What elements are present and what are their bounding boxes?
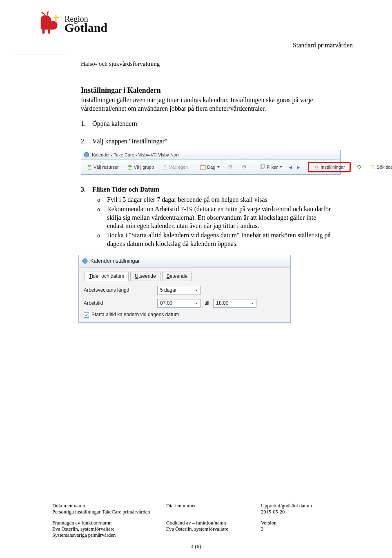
step-3: 3.Fliken Tider och Datum oFyll i 5 dagar… bbox=[81, 185, 334, 323]
work-from-select[interactable]: 07:00 bbox=[157, 299, 200, 308]
calendar-day-icon bbox=[200, 164, 206, 170]
intro-paragraph: Inställningen gäller även när jag tittar… bbox=[81, 96, 334, 113]
logo: Region Gotland bbox=[38, 11, 107, 37]
select-resources-button[interactable]: Välj resurser bbox=[84, 163, 122, 171]
footer-diarienum-header: Diarienummer bbox=[166, 503, 261, 509]
zoom-out-button[interactable] bbox=[225, 163, 236, 171]
footer-docname-value: Personliga inställningar TakeCare primär… bbox=[52, 509, 166, 515]
tab-appearance[interactable]: Utseende bbox=[130, 272, 160, 281]
person-dim-icon bbox=[162, 164, 168, 170]
footer-date-value: 2015-05-20 bbox=[261, 509, 346, 515]
person-icon bbox=[87, 164, 92, 170]
window-title: Kalender - Take Care - Visby-VC Visby No… bbox=[92, 152, 179, 158]
svg-point-21 bbox=[82, 259, 87, 263]
svg-line-10 bbox=[232, 168, 233, 170]
workweek-length-label: Arbetsveckans längd bbox=[84, 287, 153, 294]
department-name: Hälso- och sjukvårdsförvaltning bbox=[81, 60, 160, 67]
refresh-button[interactable] bbox=[353, 163, 365, 171]
footer-createdby-header: Framtagen av funktion/namn bbox=[52, 520, 166, 526]
till-label: till bbox=[205, 300, 209, 307]
svg-point-5 bbox=[129, 165, 131, 167]
logo-gotland-text: Gotland bbox=[65, 22, 107, 33]
svg-line-20 bbox=[374, 168, 375, 170]
dialog-tabs: Tider och datum Utseende Beteende bbox=[84, 272, 290, 281]
svg-line-13 bbox=[245, 168, 247, 170]
chevron-down-icon bbox=[280, 166, 282, 168]
day-button[interactable]: Dag bbox=[197, 163, 223, 171]
toolbar-screenshot: Kalender - Take Care - Visby-VC Visby No… bbox=[81, 150, 341, 175]
footer-createdby-value1: Eva Österlin, systemförvaltare bbox=[52, 526, 166, 532]
search-times-button[interactable]: Sök tider bbox=[367, 163, 392, 171]
search-icon bbox=[370, 164, 376, 170]
zoom-in-icon bbox=[242, 164, 247, 170]
bullet-2: oRekommendation Arbetstid 7-19 (detta är… bbox=[81, 205, 334, 230]
gear-icon bbox=[314, 164, 319, 170]
chevron-down-icon bbox=[195, 290, 198, 291]
work-to-select[interactable]: 18:00 bbox=[213, 299, 256, 308]
svg-rect-17 bbox=[261, 165, 265, 168]
svg-point-2 bbox=[84, 152, 89, 157]
tab-behavior[interactable]: Beteende bbox=[162, 272, 192, 281]
select-group-button[interactable]: Välj grupp bbox=[124, 163, 157, 171]
select-own-button[interactable]: Välj egen bbox=[159, 163, 191, 171]
group-icon bbox=[127, 164, 133, 170]
svg-point-6 bbox=[164, 165, 166, 167]
workweek-length-select[interactable]: 5 dagar bbox=[157, 286, 200, 295]
start-today-checkbox[interactable]: ✓ bbox=[84, 312, 89, 318]
settings-dialog-screenshot: Kalenderinställningar Tider och datum Ut… bbox=[78, 255, 291, 323]
work-hours-label: Arbetstid bbox=[84, 300, 153, 307]
document-category: Standard primärvården bbox=[293, 42, 353, 49]
zoom-out-icon bbox=[228, 164, 234, 170]
svg-rect-1 bbox=[56, 15, 57, 21]
footer-docname-header: Dokumentnamn bbox=[52, 503, 166, 509]
footer: Dokumentnamn Diarienummer Upprättat/godk… bbox=[52, 503, 346, 543]
step-1: 1.Öppna kalendern bbox=[81, 120, 334, 128]
svg-rect-8 bbox=[200, 165, 205, 166]
bullet-1: oFyll i 5 dagar eller 7 dagar beroende p… bbox=[81, 196, 334, 204]
app-icon bbox=[84, 152, 89, 158]
refresh-icon bbox=[356, 164, 362, 170]
bullet-3: oBocka i "Starta alltid kalendern vid da… bbox=[81, 231, 334, 248]
window-titlebar: Kalender - Take Care - Visby-VC Visby No… bbox=[81, 150, 340, 160]
tab-times-dates[interactable]: Tider och datum bbox=[85, 272, 129, 281]
logo-ram-icon bbox=[38, 11, 61, 37]
section-title: Inställningar i Kalendern bbox=[81, 86, 334, 95]
svg-point-19 bbox=[371, 165, 374, 168]
tabs-icon bbox=[260, 164, 265, 170]
chevron-down-icon bbox=[217, 166, 220, 168]
footer-date-header: Upprättat/godkänt datum bbox=[261, 503, 346, 509]
content-area: Inställningar i Kalendern Inställningen … bbox=[81, 86, 334, 330]
dialog-titlebar: Kalenderinställningar bbox=[79, 255, 290, 268]
header-rule bbox=[14, 54, 67, 54]
footer-version-value: 3 bbox=[261, 526, 346, 532]
start-today-label: Starta alltid kalendern vid dagens datum bbox=[91, 312, 179, 318]
app-icon bbox=[82, 258, 88, 264]
settings-button[interactable]: Inställningar bbox=[311, 163, 347, 171]
zoom-in-button[interactable] bbox=[239, 163, 250, 171]
svg-point-3 bbox=[88, 165, 91, 167]
tabs-button[interactable]: Flikar bbox=[257, 163, 285, 171]
page-number: 4 (6) bbox=[191, 543, 201, 550]
svg-point-18 bbox=[315, 166, 318, 168]
footer-createdby-value2: Systemansvariga primärvården bbox=[52, 532, 166, 538]
settings-button-highlight: Inställningar bbox=[308, 162, 350, 172]
footer-version-header: Version bbox=[261, 520, 346, 526]
chevron-down-icon bbox=[251, 303, 254, 304]
chevron-down-icon bbox=[195, 303, 198, 304]
step-2: 2.Välj knappen "Inställningar" Kalender … bbox=[81, 137, 334, 175]
footer-approvedby-value: Eva Österlin, systemförvaltare bbox=[166, 526, 261, 532]
footer-approvedby-header: Godkänd av – funktion/namn bbox=[166, 520, 261, 526]
next-arrow[interactable]: ▶ bbox=[296, 165, 301, 170]
prev-arrow[interactable]: ◀ bbox=[287, 165, 293, 170]
